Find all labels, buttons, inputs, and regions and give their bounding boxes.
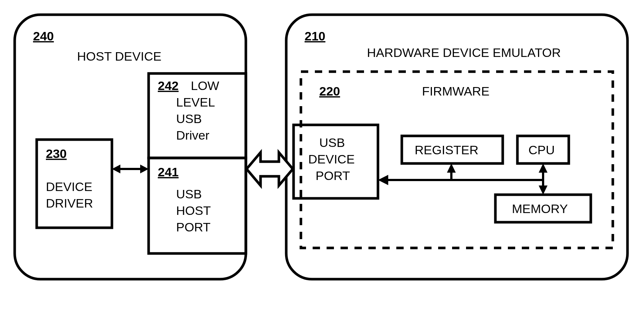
architecture-diagram: 240 HOST DEVICE 230 DEVICE DRIVER 242 LO…	[0, 0, 644, 335]
host-port-line2: HOST	[176, 203, 211, 217]
host-port-ref: 241	[158, 165, 179, 179]
low-level-line4: Driver	[176, 128, 210, 142]
emu-title: HARDWARE DEVICE EMULATOR	[367, 46, 561, 60]
usb-device-port-line2: DEVICE	[308, 152, 355, 166]
arrow-driver-to-hostport	[112, 165, 149, 173]
device-driver-ref: 230	[46, 147, 67, 161]
low-level-line3: USB	[176, 112, 202, 126]
host-ref: 240	[33, 29, 54, 43]
bus-line	[378, 163, 547, 195]
svg-marker-10	[539, 185, 547, 195]
host-port-line1: USB	[176, 187, 202, 201]
firmware-title: FIRMWARE	[422, 84, 490, 98]
svg-marker-7	[447, 163, 456, 173]
cpu-label: CPU	[528, 143, 555, 157]
device-driver-line1: DEVICE	[46, 180, 92, 194]
emu-ref: 210	[305, 29, 325, 43]
register-label: REGISTER	[415, 143, 479, 157]
svg-marker-5	[378, 175, 388, 185]
usb-device-port-line3: PORT	[316, 169, 350, 183]
memory-label: MEMORY	[512, 202, 568, 216]
host-title: HOST DEVICE	[77, 49, 161, 63]
firmware-ref: 220	[319, 84, 340, 98]
host-port-line3: PORT	[176, 220, 211, 234]
low-level-ref: 242	[158, 79, 179, 93]
svg-marker-9	[539, 163, 547, 173]
device-driver-line2: DRIVER	[46, 196, 93, 210]
low-level-line1: LOW	[191, 79, 219, 93]
usb-device-port-line1: USB	[319, 136, 345, 150]
low-level-line2: LEVEL	[176, 95, 215, 109]
